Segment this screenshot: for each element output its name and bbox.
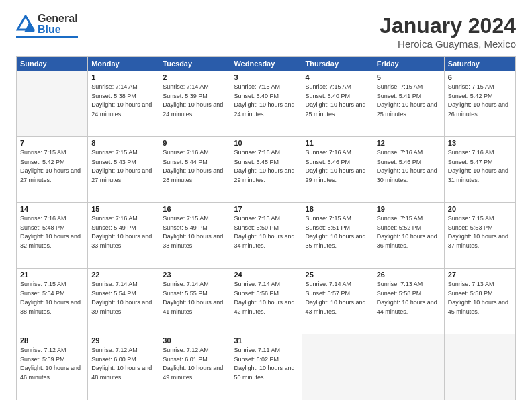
calendar-cell: 2Sunrise: 7:14 AM Sunset: 5:39 PM Daylig…: [159, 71, 230, 137]
day-number: 15: [91, 205, 155, 213]
day-number: 28: [20, 336, 84, 345]
day-number: 20: [448, 205, 512, 213]
sun-info: Sunrise: 7:12 AM Sunset: 5:59 PM Dayligh…: [20, 346, 84, 382]
weekday-header-sunday: Sunday: [17, 57, 88, 71]
calendar-cell: 21Sunrise: 7:15 AM Sunset: 5:54 PM Dayli…: [17, 269, 88, 334]
calendar-cell: 26Sunrise: 7:13 AM Sunset: 5:58 PM Dayli…: [373, 269, 444, 334]
logo-text-block: General Blue: [38, 13, 78, 35]
sun-info: Sunrise: 7:14 AM Sunset: 5:57 PM Dayligh…: [306, 280, 369, 316]
day-number: 2: [163, 73, 226, 81]
calendar-cell: 11Sunrise: 7:16 AM Sunset: 5:46 PM Dayli…: [302, 137, 373, 203]
week-row-1: 1Sunrise: 7:14 AM Sunset: 5:38 PM Daylig…: [17, 71, 516, 137]
calendar-cell: 8Sunrise: 7:15 AM Sunset: 5:43 PM Daylig…: [88, 137, 159, 203]
sun-info: Sunrise: 7:15 AM Sunset: 5:54 PM Dayligh…: [20, 280, 84, 316]
day-number: 1: [91, 73, 155, 81]
sun-info: Sunrise: 7:15 AM Sunset: 5:49 PM Dayligh…: [163, 214, 226, 250]
weekday-header-friday: Friday: [373, 57, 444, 71]
day-number: 30: [163, 336, 226, 345]
calendar-cell: 1Sunrise: 7:14 AM Sunset: 5:38 PM Daylig…: [88, 71, 159, 137]
weekday-header-monday: Monday: [88, 57, 159, 71]
sun-info: Sunrise: 7:15 AM Sunset: 5:42 PM Dayligh…: [20, 148, 84, 185]
sun-info: Sunrise: 7:15 AM Sunset: 5:50 PM Dayligh…: [234, 214, 298, 250]
day-number: 8: [91, 139, 155, 147]
calendar-cell: 24Sunrise: 7:14 AM Sunset: 5:56 PM Dayli…: [230, 269, 302, 334]
sun-info: Sunrise: 7:16 AM Sunset: 5:49 PM Dayligh…: [91, 214, 155, 250]
sun-info: Sunrise: 7:16 AM Sunset: 5:46 PM Dayligh…: [377, 148, 441, 185]
header-area: General Blue January 2024 Heroica Guayma…: [16, 13, 516, 50]
calendar-cell: [373, 334, 444, 400]
sun-info: Sunrise: 7:16 AM Sunset: 5:47 PM Dayligh…: [448, 148, 512, 185]
sun-info: Sunrise: 7:14 AM Sunset: 5:54 PM Dayligh…: [91, 280, 155, 316]
day-number: 29: [91, 336, 155, 345]
sun-info: Sunrise: 7:11 AM Sunset: 6:02 PM Dayligh…: [234, 346, 298, 382]
week-row-2: 7Sunrise: 7:15 AM Sunset: 5:42 PM Daylig…: [17, 137, 516, 203]
calendar-cell: 9Sunrise: 7:16 AM Sunset: 5:44 PM Daylig…: [159, 137, 230, 203]
calendar-cell: 15Sunrise: 7:16 AM Sunset: 5:49 PM Dayli…: [88, 203, 159, 269]
weekday-header-wednesday: Wednesday: [230, 57, 302, 71]
day-number: 24: [234, 271, 298, 279]
logo-blue-text: Blue: [38, 24, 78, 35]
calendar-cell: 6Sunrise: 7:15 AM Sunset: 5:42 PM Daylig…: [444, 71, 515, 137]
logo-underline: [16, 36, 78, 38]
sun-info: Sunrise: 7:13 AM Sunset: 5:58 PM Dayligh…: [448, 280, 512, 316]
calendar-cell: 17Sunrise: 7:15 AM Sunset: 5:50 PM Dayli…: [230, 203, 302, 269]
day-number: 27: [448, 271, 512, 279]
calendar-cell: [17, 71, 88, 137]
day-number: 5: [377, 73, 441, 81]
week-row-5: 28Sunrise: 7:12 AM Sunset: 5:59 PM Dayli…: [17, 334, 516, 400]
sun-info: Sunrise: 7:15 AM Sunset: 5:53 PM Dayligh…: [448, 214, 512, 250]
sun-info: Sunrise: 7:14 AM Sunset: 5:55 PM Dayligh…: [163, 280, 226, 316]
day-number: 11: [306, 139, 369, 147]
weekday-header-thursday: Thursday: [302, 57, 373, 71]
week-row-3: 14Sunrise: 7:16 AM Sunset: 5:48 PM Dayli…: [17, 203, 516, 269]
day-number: 23: [163, 271, 226, 279]
calendar-cell: 4Sunrise: 7:15 AM Sunset: 5:40 PM Daylig…: [302, 71, 373, 137]
sun-info: Sunrise: 7:15 AM Sunset: 5:43 PM Dayligh…: [91, 148, 155, 185]
calendar-cell: 3Sunrise: 7:15 AM Sunset: 5:40 PM Daylig…: [230, 71, 302, 137]
day-number: 16: [163, 205, 226, 213]
weekday-header-saturday: Saturday: [444, 57, 515, 71]
sun-info: Sunrise: 7:16 AM Sunset: 5:44 PM Dayligh…: [163, 148, 226, 185]
calendar-cell: 12Sunrise: 7:16 AM Sunset: 5:46 PM Dayli…: [373, 137, 444, 203]
day-number: 7: [20, 139, 84, 147]
day-number: 17: [234, 205, 298, 213]
svg-marker-1: [24, 21, 35, 32]
day-number: 22: [91, 271, 155, 279]
weekday-header-row: SundayMondayTuesdayWednesdayThursdayFrid…: [17, 57, 516, 71]
day-number: 25: [306, 271, 369, 279]
calendar-cell: [444, 334, 515, 400]
calendar-cell: 27Sunrise: 7:13 AM Sunset: 5:58 PM Dayli…: [444, 269, 515, 334]
calendar-cell: 22Sunrise: 7:14 AM Sunset: 5:54 PM Dayli…: [88, 269, 159, 334]
logo-general-text: General: [38, 13, 78, 24]
calendar-cell: 20Sunrise: 7:15 AM Sunset: 5:53 PM Dayli…: [444, 203, 515, 269]
sun-info: Sunrise: 7:15 AM Sunset: 5:41 PM Dayligh…: [377, 83, 441, 119]
calendar-cell: 10Sunrise: 7:16 AM Sunset: 5:45 PM Dayli…: [230, 137, 302, 203]
day-number: 26: [377, 271, 441, 279]
sun-info: Sunrise: 7:15 AM Sunset: 5:51 PM Dayligh…: [306, 214, 369, 250]
calendar-table: SundayMondayTuesdayWednesdayThursdayFrid…: [16, 56, 516, 400]
sun-info: Sunrise: 7:14 AM Sunset: 5:38 PM Dayligh…: [91, 83, 155, 119]
sun-info: Sunrise: 7:16 AM Sunset: 5:45 PM Dayligh…: [234, 148, 298, 185]
week-row-4: 21Sunrise: 7:15 AM Sunset: 5:54 PM Dayli…: [17, 269, 516, 334]
day-number: 12: [377, 139, 441, 147]
day-number: 19: [377, 205, 441, 213]
sun-info: Sunrise: 7:15 AM Sunset: 5:40 PM Dayligh…: [234, 83, 298, 119]
calendar-cell: 25Sunrise: 7:14 AM Sunset: 5:57 PM Dayli…: [302, 269, 373, 334]
sun-info: Sunrise: 7:15 AM Sunset: 5:40 PM Dayligh…: [306, 83, 369, 119]
sun-info: Sunrise: 7:15 AM Sunset: 5:42 PM Dayligh…: [448, 83, 512, 119]
day-number: 4: [306, 73, 369, 81]
calendar-cell: 29Sunrise: 7:12 AM Sunset: 6:00 PM Dayli…: [88, 334, 159, 400]
day-number: 31: [234, 336, 298, 345]
logo: General Blue: [16, 13, 78, 38]
calendar-cell: [302, 334, 373, 400]
day-number: 13: [448, 139, 512, 147]
calendar-cell: 14Sunrise: 7:16 AM Sunset: 5:48 PM Dayli…: [17, 203, 88, 269]
day-number: 10: [234, 139, 298, 147]
calendar-cell: 23Sunrise: 7:14 AM Sunset: 5:55 PM Dayli…: [159, 269, 230, 334]
calendar-cell: 18Sunrise: 7:15 AM Sunset: 5:51 PM Dayli…: [302, 203, 373, 269]
sun-info: Sunrise: 7:14 AM Sunset: 5:39 PM Dayligh…: [163, 83, 226, 119]
day-number: 18: [306, 205, 369, 213]
calendar-cell: 7Sunrise: 7:15 AM Sunset: 5:42 PM Daylig…: [17, 137, 88, 203]
logo-icon: [16, 15, 35, 34]
sun-info: Sunrise: 7:16 AM Sunset: 5:48 PM Dayligh…: [20, 214, 84, 250]
